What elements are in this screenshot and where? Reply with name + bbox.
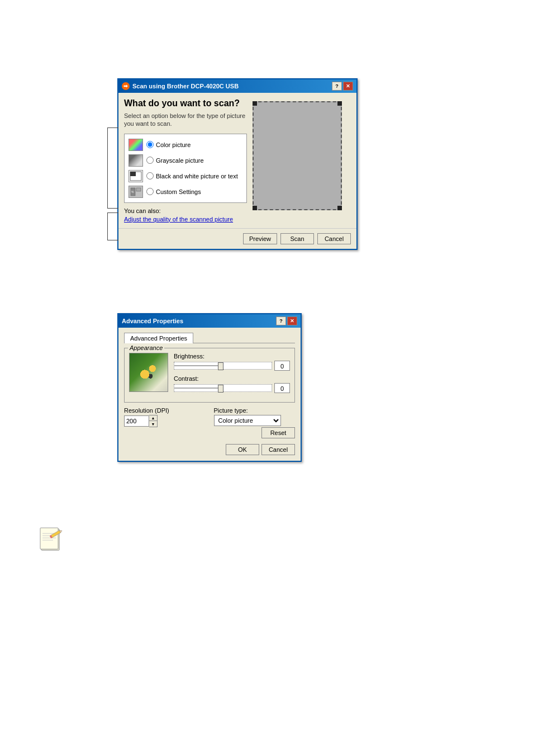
contrast-slider-row: 0 <box>174 383 290 393</box>
you-can-also-text: You can also: <box>124 207 247 214</box>
contrast-label: Contrast: <box>174 375 290 382</box>
scan-preview-area <box>253 101 342 210</box>
contrast-slider-track[interactable] <box>174 384 272 392</box>
scan-dialog: ➡ Scan using Brother DCP-4020C USB ? ✕ W… <box>117 78 358 250</box>
bw-picture-radio[interactable] <box>146 172 154 179</box>
reset-button[interactable]: Reset <box>261 427 295 438</box>
custom-settings-label[interactable]: Custom Settings <box>146 188 201 195</box>
adjust-quality-link[interactable]: Adjust the quality of the scanned pictur… <box>124 216 233 223</box>
contrast-slider-fill <box>174 388 223 389</box>
adv-footer: OK Cancel <box>124 442 295 455</box>
appearance-inner: Brightness: 0 Contrast: <box>129 353 290 398</box>
brightness-slider-row: 0 <box>174 361 290 371</box>
svg-rect-1 <box>130 172 136 176</box>
dialog1-right-panel <box>253 98 351 223</box>
scan-window: ➡ Scan using Brother DCP-4020C USB ? ✕ W… <box>117 78 358 250</box>
bw-picture-icon <box>129 170 143 182</box>
thumbnail-image <box>130 353 168 391</box>
dialog1-body: What do you want to scan? Select an opti… <box>118 93 356 228</box>
grayscale-picture-label[interactable]: Grayscale picture <box>146 157 204 164</box>
resolution-label: Resolution (DPI) <box>124 407 206 414</box>
grayscale-picture-radio[interactable] <box>146 157 154 164</box>
advanced-properties-dialog: Advanced Properties ? ✕ Advanced Propert… <box>117 313 302 462</box>
brightness-label: Brightness: <box>174 353 290 360</box>
adv-window: Advanced Properties ? ✕ Advanced Propert… <box>117 313 302 462</box>
dialog2-title: Advanced Properties <box>122 318 183 324</box>
custom-settings-radio[interactable] <box>146 188 154 195</box>
title-bar-left: ➡ Scan using Brother DCP-4020C USB <box>122 82 239 90</box>
bw-picture-text: Black and white picture or text <box>156 173 238 179</box>
resolution-down-btn[interactable]: ▼ <box>149 421 157 427</box>
adv-title-bar-controls: ? ✕ <box>276 316 297 325</box>
tab-bar: Advanced Properties <box>124 332 295 343</box>
contrast-row: Contrast: 0 <box>174 375 290 393</box>
adv-title-bar-left: Advanced Properties <box>122 318 183 324</box>
resolution-input[interactable] <box>124 415 149 427</box>
contrast-value: 0 <box>274 383 290 393</box>
dialog1-left-panel: What do you want to scan? Select an opti… <box>124 98 247 223</box>
color-picture-label[interactable]: Color picture <box>146 141 191 148</box>
annotation-bracket-2 <box>107 212 118 240</box>
custom-settings-text: Custom Settings <box>156 188 201 195</box>
bw-icon-svg <box>130 171 142 181</box>
preview-button[interactable]: Preview <box>243 233 277 244</box>
scan-option-custom: % Custom Settings <box>127 184 244 200</box>
brightness-value: 0 <box>274 361 290 371</box>
title-bar-controls: ? ✕ <box>332 82 353 91</box>
ok-button[interactable]: OK <box>226 444 259 455</box>
picture-type-select[interactable]: Color picture Grayscale picture Black an… <box>214 415 281 426</box>
you-can-also-section: You can also: Adjust the quality of the … <box>124 207 247 223</box>
svg-rect-6 <box>40 528 58 549</box>
corner-br <box>337 206 342 210</box>
cancel-button-1[interactable]: Cancel <box>317 233 351 244</box>
scan-option-gray: Grayscale picture <box>127 153 244 168</box>
custom-settings-icon: % <box>129 186 143 198</box>
close-button-2[interactable]: ✕ <box>287 316 297 325</box>
tab-advanced-properties[interactable]: Advanced Properties <box>124 333 193 343</box>
preview-thumbnail <box>129 353 168 392</box>
picture-type-label: Picture type: <box>214 407 296 414</box>
brightness-slider-track[interactable] <box>174 362 272 370</box>
adv-dialog-body: Advanced Properties Appearance Brightnes… <box>118 328 301 461</box>
dialog1-title: Scan using Brother DCP-4020C USB <box>132 83 239 89</box>
brightness-slider-fill <box>174 365 223 366</box>
note-icon <box>39 526 64 552</box>
brightness-row: Brightness: 0 <box>174 353 290 371</box>
brightness-slider-thumb[interactable] <box>218 362 223 370</box>
scan-option-color: Color picture <box>127 137 244 153</box>
color-picture-icon <box>129 139 143 151</box>
svg-rect-3 <box>136 188 141 191</box>
resolution-up-btn[interactable]: ▲ <box>149 415 157 421</box>
scanner-icon: ➡ <box>122 82 130 90</box>
bw-picture-label[interactable]: Black and white picture or text <box>146 172 238 179</box>
resolution-picture-row: Resolution (DPI) ▲ ▼ Picture type: Color… <box>124 407 295 427</box>
cancel-button-2[interactable]: Cancel <box>261 444 295 455</box>
dialog1-footer: Preview Scan Cancel <box>118 228 356 249</box>
controls-area: Brightness: 0 Contrast: <box>174 353 290 398</box>
note-icon-area <box>39 526 67 554</box>
corner-tr <box>337 101 342 106</box>
appearance-legend: Appearance <box>128 344 164 351</box>
title-bar-2: Advanced Properties ? ✕ <box>118 314 301 328</box>
dialog1-heading: What do you want to scan? <box>124 98 247 108</box>
svg-text:%: % <box>131 190 134 193</box>
appearance-group: Appearance Brightness: <box>124 348 295 403</box>
scan-options-panel: Color picture Grayscale picture <box>124 134 247 203</box>
color-picture-radio[interactable] <box>146 141 154 148</box>
contrast-slider-thumb[interactable] <box>218 385 223 393</box>
resolution-group: Resolution (DPI) ▲ ▼ <box>124 407 206 427</box>
corner-bl <box>253 206 257 210</box>
scan-button[interactable]: Scan <box>280 233 314 244</box>
resolution-spinner: ▲ ▼ <box>149 415 158 427</box>
close-button-1[interactable]: ✕ <box>343 82 353 91</box>
reset-btn-row: Reset <box>124 427 295 438</box>
dialog1-subtitle: Select an option below for the type of p… <box>124 112 247 128</box>
scan-option-bw: Black and white picture or text <box>127 168 244 184</box>
color-picture-text: Color picture <box>156 141 191 148</box>
custom-icon-svg: % <box>130 187 142 197</box>
help-button-2[interactable]: ? <box>276 316 286 325</box>
help-button-1[interactable]: ? <box>332 82 342 91</box>
title-bar-1: ➡ Scan using Brother DCP-4020C USB ? ✕ <box>118 79 356 93</box>
corner-tl <box>253 101 257 106</box>
grayscale-picture-icon <box>129 154 143 167</box>
